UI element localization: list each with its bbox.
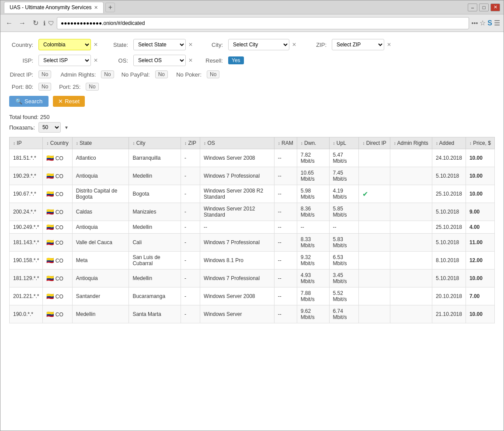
no-paypal-toggle[interactable]: No <box>155 70 168 78</box>
admin-rights-toggle[interactable]: No <box>101 70 114 78</box>
no-poker-toggle[interactable]: No <box>207 70 219 78</box>
close-button[interactable]: ✕ <box>490 4 500 11</box>
col-direct-ip[interactable]: ↕ Direct IP <box>359 137 390 149</box>
cell-upl: 3.45 Mbit/s <box>329 270 359 287</box>
search-button[interactable]: 🔍 Search <box>9 96 49 107</box>
port25-toggle[interactable]: No <box>86 83 98 91</box>
city-clear-btn[interactable]: ✕ <box>291 42 297 48</box>
cell-ip: 201.221.*.* <box>10 287 43 305</box>
cell-upl: 6.53 Mbit/s <box>329 252 359 270</box>
table-row[interactable]: 181.51.*.* 🇨🇴 CO Atlantico Barranquilla … <box>10 149 495 167</box>
cell-added: 25.10.2018 <box>432 185 466 203</box>
bookmark-icon[interactable]: ☆ <box>480 19 486 27</box>
country-clear-btn[interactable]: ✕ <box>93 42 99 48</box>
col-price[interactable]: ↕ Price, $ <box>466 137 494 149</box>
flag-icon: 🇨🇴 <box>46 239 54 246</box>
direct-ip-toggle[interactable]: No <box>38 70 51 78</box>
resell-yes-btn[interactable]: Yes <box>228 56 244 64</box>
col-upl[interactable]: ↕ UpL <box>329 137 359 149</box>
back-button[interactable]: ← <box>4 18 14 28</box>
table-row[interactable]: 201.221.*.* 🇨🇴 CO Santander Bucaramanga … <box>10 287 495 305</box>
filter-row-4: Port: 80: No Port: 25: No <box>9 83 495 91</box>
content-area: Country: Colombia ✕ State: Select State … <box>0 32 504 431</box>
os-select[interactable]: Select OS <box>133 55 186 66</box>
cell-zip: - <box>181 305 200 323</box>
browser-window: UAS - Ultimate Anonymity Services ✕ + – … <box>0 0 504 431</box>
table-row[interactable]: 190.67.*.* 🇨🇴 CO Distrito Capital de Bog… <box>10 185 495 203</box>
col-admin-rights[interactable]: ↕ Admin Rights <box>390 137 432 149</box>
col-ram[interactable]: ↕ RAM <box>274 137 297 149</box>
isp-clear-btn[interactable]: ✕ <box>93 57 99 63</box>
table-row[interactable]: 190.249.*.* 🇨🇴 CO Antioquia Medellin - -… <box>10 221 495 234</box>
maximize-button[interactable]: □ <box>479 4 489 11</box>
data-table: ↕ IP ↕ Country ↕ State ↕ City ↕ ZIP ↕ OS… <box>9 137 495 323</box>
cell-upl: 5.83 Mbit/s <box>329 234 359 252</box>
cell-ram: -- <box>274 185 297 203</box>
cell-price: 10.00 <box>466 185 494 203</box>
cell-zip: - <box>181 287 200 305</box>
flag-icon: 🇨🇴 <box>46 154 54 161</box>
col-ip[interactable]: ↕ IP <box>10 137 43 149</box>
cell-dwn: 5.98 Mbit/s <box>297 185 329 203</box>
forward-button[interactable]: → <box>17 18 28 28</box>
hamburger-icon[interactable]: ☰ <box>494 19 500 27</box>
cell-upl: 6.74 Mbit/s <box>329 305 359 323</box>
cell-admin-rights <box>390 203 432 221</box>
state-select[interactable]: Select State <box>133 39 186 50</box>
cell-upl: 5.52 Mbit/s <box>329 287 359 305</box>
country-select[interactable]: Colombia <box>38 39 91 50</box>
chevron-down-icon: ▼ <box>64 125 69 130</box>
reload-button[interactable]: ↻ <box>30 18 41 28</box>
info-icon: ℹ <box>43 20 45 27</box>
active-tab[interactable]: UAS - Ultimate Anonymity Services ✕ <box>4 2 104 13</box>
filter-row-2: ISP: Select ISP ✕ OS: Select OS ✕ Resell… <box>9 55 495 66</box>
city-select[interactable]: Select City <box>228 39 289 50</box>
cell-dwn: 9.62 Mbit/s <box>297 305 329 323</box>
col-added[interactable]: ↕ Added <box>432 137 466 149</box>
zip-clear-btn[interactable]: ✕ <box>386 42 392 48</box>
minimize-button[interactable]: – <box>468 4 477 11</box>
table-row[interactable]: 200.24.*.* 🇨🇴 CO Caldas Manizales - Wind… <box>10 203 495 221</box>
cell-state: Valle del Cauca <box>72 234 129 252</box>
address-input[interactable] <box>57 17 469 29</box>
cell-ram: -- <box>274 287 297 305</box>
table-row[interactable]: 190.158.*.* 🇨🇴 CO Meta San Luis de Cubar… <box>10 252 495 270</box>
cell-country: 🇨🇴 CO <box>43 149 72 167</box>
menu-dots-icon[interactable]: ••• <box>472 20 478 27</box>
cell-direct-ip <box>359 149 390 167</box>
sync-icon[interactable]: S <box>487 19 492 27</box>
cell-state: Medellin <box>72 305 129 323</box>
port80-toggle[interactable]: No <box>38 83 51 91</box>
cell-os: Windows Server 2008 R2 Standard <box>200 185 275 203</box>
cell-admin-rights <box>390 287 432 305</box>
col-city[interactable]: ↕ City <box>129 137 181 149</box>
cell-ram: -- <box>274 149 297 167</box>
col-zip[interactable]: ↕ ZIP <box>181 137 200 149</box>
cell-state: Antioquia <box>72 270 129 287</box>
cell-admin-rights <box>390 252 432 270</box>
cell-added: 21.10.2018 <box>432 305 466 323</box>
reset-button[interactable]: ✕ Reset <box>53 96 85 107</box>
col-state[interactable]: ↕ State <box>72 137 129 149</box>
cell-admin-rights <box>390 221 432 234</box>
zip-select[interactable]: Select ZIP <box>332 39 384 50</box>
cell-state: Santander <box>72 287 129 305</box>
zip-select-wrap: Select ZIP ✕ <box>332 39 392 50</box>
check-icon: ✔ <box>362 190 368 198</box>
state-clear-btn[interactable]: ✕ <box>188 42 194 48</box>
cell-state: Atlantico <box>72 149 129 167</box>
isp-select[interactable]: Select ISP <box>38 55 91 66</box>
os-clear-btn[interactable]: ✕ <box>188 57 194 63</box>
cell-os: Windows 8.1 Pro <box>200 252 275 270</box>
cell-zip: - <box>181 203 200 221</box>
table-row[interactable]: 190.29.*.* 🇨🇴 CO Antioquia Medellin - Wi… <box>10 167 495 185</box>
col-country[interactable]: ↕ Country <box>43 137 72 149</box>
show-select[interactable]: 10 25 50 100 250 <box>38 122 61 133</box>
table-row[interactable]: 190.0.*.* 🇨🇴 CO Medellin Santa Marta - W… <box>10 305 495 323</box>
tab-close-btn[interactable]: ✕ <box>94 5 98 11</box>
table-row[interactable]: 181.143.*.* 🇨🇴 CO Valle del Cauca Cali -… <box>10 234 495 252</box>
new-tab-button[interactable]: + <box>105 3 115 12</box>
table-row[interactable]: 181.129.*.* 🇨🇴 CO Antioquia Medellin - W… <box>10 270 495 287</box>
col-os[interactable]: ↕ OS <box>200 137 275 149</box>
col-dwn[interactable]: ↕ Dwn. <box>297 137 329 149</box>
